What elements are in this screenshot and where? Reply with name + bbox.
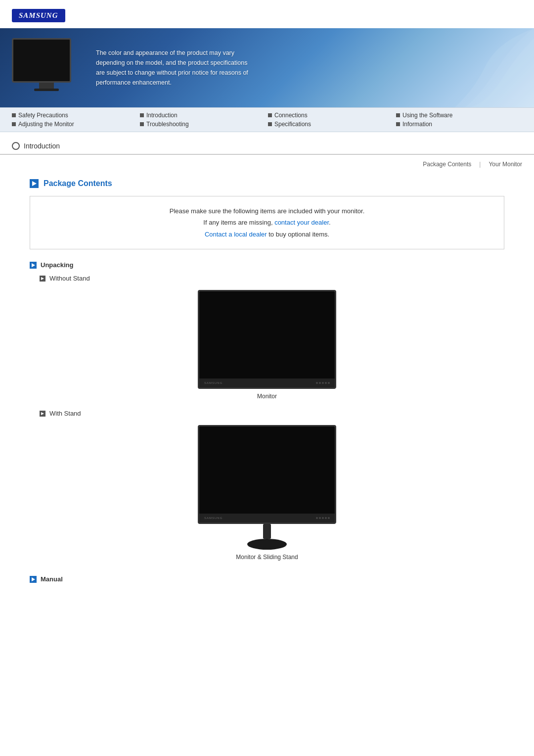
monitor-stand-buttons <box>316 517 330 519</box>
nav-label-safety: Safety Precautions <box>18 112 68 119</box>
banner-text: The color and appearance of the product … <box>96 48 254 88</box>
sub-nav-package-contents[interactable]: Package Contents <box>423 161 471 169</box>
manual-section: Manual <box>30 575 504 583</box>
monitor-button-1 <box>316 382 318 384</box>
monitor-button-5 <box>328 382 330 384</box>
monitor-without-stand-caption: Monitor <box>257 393 277 400</box>
banner-monitor-base <box>39 83 54 89</box>
banner-monitor-shape <box>12 38 71 83</box>
nav-label-trouble: Troubleshooting <box>146 121 189 128</box>
monitor-buttons <box>316 382 330 384</box>
unpacking-arrow <box>32 263 35 267</box>
section-title-text: Package Contents <box>44 179 112 188</box>
without-stand-icon <box>40 276 45 282</box>
header: SAMSUNG <box>0 0 534 22</box>
nav-item-safety[interactable]: Safety Precautions <box>12 112 138 119</box>
nav-bullet-intro <box>140 113 144 117</box>
manual-arrow <box>32 577 35 581</box>
unpacking-label: Unpacking <box>41 261 73 269</box>
nav-label-info: Information <box>402 121 432 128</box>
monitor-brand: SAMSUNG <box>204 381 222 384</box>
nav-label-software: Using the Software <box>402 112 452 119</box>
info-line-3: Contact a local dealer to buy optional i… <box>39 229 495 240</box>
monitor-button-4 <box>325 382 327 384</box>
monitor-stand-button-5 <box>328 517 330 519</box>
breadcrumb-circle-icon <box>12 142 20 150</box>
nav-label-intro: Introduction <box>146 112 178 119</box>
monitor-stand-neck <box>263 524 271 539</box>
monitor-with-stand-display: SAMSUNG Monitor & Sliding Stand <box>30 425 504 561</box>
monitor-stand-bottom-bar: SAMSUNG <box>199 514 335 522</box>
monitor-button-2 <box>319 382 321 384</box>
without-stand-label: Without Stand <box>49 275 90 282</box>
main-content: Package Contents Please make sure the fo… <box>0 171 534 609</box>
monitor-with-stand-image: SAMSUNG <box>198 425 336 524</box>
monitor-bottom-bar: SAMSUNG <box>199 378 335 387</box>
breadcrumb: Introduction <box>0 132 534 155</box>
monitor-stand-button-3 <box>322 517 324 519</box>
unpacking-section: Unpacking Without Stand SAMSUNG <box>30 261 504 561</box>
monitor-without-stand-image: SAMSUNG <box>198 290 336 389</box>
banner-wave-decoration <box>336 28 534 107</box>
samsung-logo: SAMSUNG <box>12 9 65 22</box>
monitor-with-stand-assembly: SAMSUNG <box>198 425 336 550</box>
monitor-stand-brand: SAMSUNG <box>204 517 222 520</box>
sub-navigation: Package Contents | Your Monitor <box>0 155 534 171</box>
nav-item-adjusting[interactable]: Adjusting the Monitor <box>12 121 138 128</box>
without-stand-title: Without Stand <box>30 275 504 282</box>
monitor-button-3 <box>322 382 324 384</box>
nav-item-introduction[interactable]: Introduction <box>140 112 266 119</box>
nav-item-information[interactable]: Information <box>396 121 522 128</box>
banner-monitor-foot <box>34 89 59 91</box>
breadcrumb-title: Introduction <box>24 142 60 150</box>
sub-nav-your-monitor[interactable]: Your Monitor <box>489 161 522 169</box>
monitor-stand-base <box>247 539 287 550</box>
info-line-2: If any items are missing, contact your d… <box>39 217 495 228</box>
nav-item-software[interactable]: Using the Software <box>396 112 522 119</box>
nav-bullet-info <box>396 122 400 126</box>
info-suffix-2: . <box>329 219 331 226</box>
manual-label: Manual <box>41 575 63 583</box>
section-title-arrow <box>32 181 37 186</box>
monitor-stand-button-2 <box>319 517 321 519</box>
nav-item-specifications[interactable]: Specifications <box>268 121 394 128</box>
nav-bullet-adjusting <box>12 122 16 126</box>
local-dealer-link[interactable]: Contact a local dealer <box>205 231 267 238</box>
nav-label-adjusting: Adjusting the Monitor <box>18 121 74 128</box>
manual-title: Manual <box>30 575 504 583</box>
nav-bullet-trouble <box>140 122 144 126</box>
contact-dealer-link[interactable]: contact your dealer <box>274 219 329 226</box>
with-stand-title: With Stand <box>30 410 504 417</box>
sub-nav-divider: | <box>479 161 481 169</box>
monitor-stand-screen <box>199 426 335 522</box>
nav-bullet-safety <box>12 113 16 117</box>
banner: The color and appearance of the product … <box>0 28 534 107</box>
nav-bullet-connections <box>268 113 272 117</box>
nav-item-troubleshooting[interactable]: Troubleshooting <box>140 121 266 128</box>
section-title-icon <box>30 179 39 188</box>
monitor-stand-button-1 <box>316 517 318 519</box>
with-stand-icon <box>40 411 45 417</box>
monitor-with-stand-caption: Monitor & Sliding Stand <box>236 554 298 561</box>
with-stand-arrow <box>41 412 44 415</box>
without-stand-arrow <box>41 277 44 280</box>
navigation-bar: Safety Precautions Introduction Connecti… <box>0 107 534 132</box>
section-title-package-contents: Package Contents <box>30 179 504 188</box>
manual-icon <box>30 576 37 583</box>
monitor-without-stand-display: SAMSUNG Monitor <box>30 290 504 400</box>
monitor-screen <box>199 291 335 387</box>
unpacking-icon <box>30 262 37 269</box>
nav-label-connections: Connections <box>274 112 308 119</box>
banner-monitor-illustration <box>12 38 81 97</box>
info-line-1: Please make sure the following items are… <box>39 205 495 217</box>
monitor-stand-button-4 <box>325 517 327 519</box>
info-box: Please make sure the following items are… <box>30 196 504 249</box>
info-prefix-2: If any items are missing, <box>203 219 274 226</box>
nav-label-specs: Specifications <box>274 121 311 128</box>
info-suffix-3: to buy optional items. <box>267 231 329 238</box>
nav-item-connections[interactable]: Connections <box>268 112 394 119</box>
nav-bullet-software <box>396 113 400 117</box>
with-stand-label: With Stand <box>49 410 81 417</box>
unpacking-title: Unpacking <box>30 261 504 269</box>
nav-bullet-specs <box>268 122 272 126</box>
